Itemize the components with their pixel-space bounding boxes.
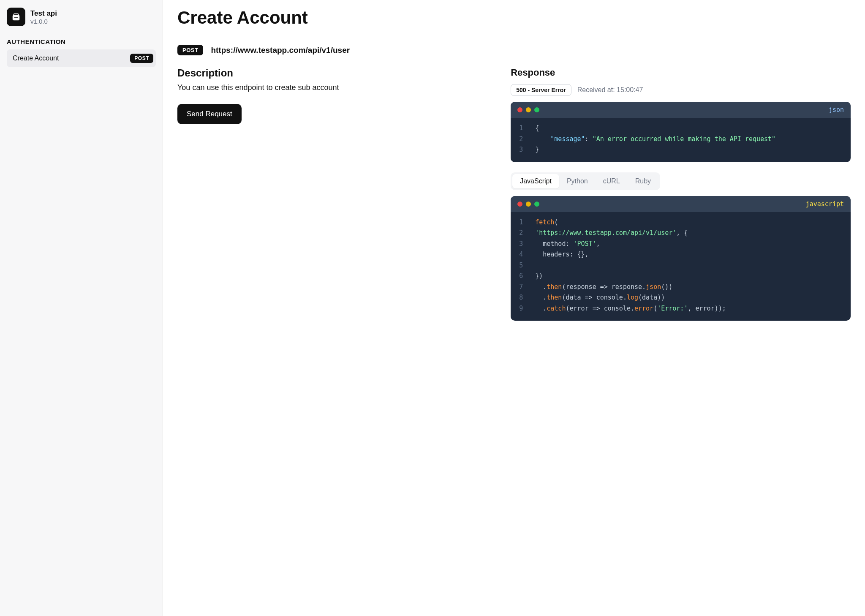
line-content: { bbox=[535, 123, 842, 134]
response-lang-label: json bbox=[829, 106, 844, 114]
code-line: 1fetch( bbox=[519, 217, 842, 228]
window-dots bbox=[517, 107, 539, 112]
app-icon bbox=[7, 8, 25, 26]
response-meta: 500 - Server Error Received at: 15:00:47 bbox=[511, 84, 851, 96]
response-heading: Response bbox=[511, 67, 851, 78]
line-number: 9 bbox=[519, 303, 535, 314]
line-content: method: 'POST', bbox=[535, 239, 842, 250]
line-number: 2 bbox=[519, 228, 535, 239]
code-line: 6}) bbox=[519, 271, 842, 282]
page-title: Create Account bbox=[177, 8, 851, 28]
line-number: 5 bbox=[519, 260, 535, 271]
line-number: 6 bbox=[519, 271, 535, 282]
endpoint-row: POST https://www.testapp.com/api/v1/user bbox=[177, 45, 851, 55]
sidebar-item-create-account[interactable]: Create AccountPOST bbox=[7, 49, 156, 67]
sidebar-header: Test api v1.0.0 bbox=[7, 8, 156, 26]
line-content: }) bbox=[535, 271, 842, 282]
line-content: "message": "An error occurred while maki… bbox=[535, 134, 842, 145]
response-status-badge: 500 - Server Error bbox=[511, 84, 571, 96]
response-received-at: Received at: 15:00:47 bbox=[577, 86, 643, 94]
sidebar-section-label: AUTHENTICATION bbox=[7, 38, 156, 45]
line-content bbox=[535, 260, 842, 271]
tab-curl[interactable]: cURL bbox=[596, 174, 628, 188]
line-content: } bbox=[535, 144, 842, 155]
endpoint-url: https://www.testapp.com/api/v1/user bbox=[211, 46, 350, 55]
sidebar-item-label: Create Account bbox=[13, 55, 59, 62]
code-line: 9 .catch(error => console.error('Error:'… bbox=[519, 303, 842, 314]
code-line: 5 bbox=[519, 260, 842, 271]
sidebar-item-method-badge: POST bbox=[130, 54, 153, 63]
main-content: Create Account POST https://www.testapp.… bbox=[163, 0, 865, 616]
code-language-tabs: JavaScriptPythoncURLRuby bbox=[511, 172, 660, 190]
line-number: 3 bbox=[519, 144, 535, 155]
app-name: Test api bbox=[30, 9, 57, 18]
sidebar: Test api v1.0.0 AUTHENTICATION Create Ac… bbox=[0, 0, 163, 616]
tab-python[interactable]: Python bbox=[559, 174, 596, 188]
window-dot-red bbox=[517, 107, 522, 112]
response-code-body: 1{2 "message": "An error occurred while … bbox=[511, 118, 851, 162]
window-dot-red bbox=[517, 202, 522, 207]
line-number: 4 bbox=[519, 249, 535, 260]
app-version: v1.0.0 bbox=[30, 18, 57, 25]
line-number: 8 bbox=[519, 292, 535, 303]
line-number: 1 bbox=[519, 123, 535, 134]
window-dot-yellow bbox=[526, 107, 531, 112]
response-code-titlebar: json bbox=[511, 102, 851, 118]
line-number: 1 bbox=[519, 217, 535, 228]
window-dots bbox=[517, 202, 539, 207]
line-content: 'https://www.testapp.com/api/v1/user', { bbox=[535, 228, 842, 239]
code-line: 1{ bbox=[519, 123, 842, 134]
window-dot-green bbox=[534, 107, 539, 112]
description-heading: Description bbox=[177, 67, 494, 79]
code-line: 8 .then(data => console.log(data)) bbox=[519, 292, 842, 303]
code-line: 3} bbox=[519, 144, 842, 155]
code-line: 7 .then(response => response.json()) bbox=[519, 282, 842, 293]
window-dot-green bbox=[534, 202, 539, 207]
line-number: 2 bbox=[519, 134, 535, 145]
code-line: 2'https://www.testapp.com/api/v1/user', … bbox=[519, 228, 842, 239]
sample-code-window: javascript 1fetch(2'https://www.testapp.… bbox=[511, 196, 851, 321]
sample-lang-label: javascript bbox=[806, 200, 844, 208]
code-line: 3 method: 'POST', bbox=[519, 239, 842, 250]
send-request-button[interactable]: Send Request bbox=[177, 104, 242, 124]
endpoint-method-badge: POST bbox=[177, 45, 203, 55]
line-content: headers: {}, bbox=[535, 249, 842, 260]
description-text: You can use this endpoint to create sub … bbox=[177, 83, 494, 92]
code-line: 4 headers: {}, bbox=[519, 249, 842, 260]
sample-code-body: 1fetch(2'https://www.testapp.com/api/v1/… bbox=[511, 212, 851, 321]
sample-code-titlebar: javascript bbox=[511, 196, 851, 212]
line-number: 3 bbox=[519, 239, 535, 250]
response-code-window: json 1{2 "message": "An error occurred w… bbox=[511, 102, 851, 162]
tab-javascript[interactable]: JavaScript bbox=[512, 174, 559, 188]
line-content: .then(data => console.log(data)) bbox=[535, 292, 842, 303]
svg-rect-0 bbox=[13, 15, 19, 20]
window-dot-yellow bbox=[526, 202, 531, 207]
code-line: 2 "message": "An error occurred while ma… bbox=[519, 134, 842, 145]
line-content: .catch(error => console.error('Error:', … bbox=[535, 303, 842, 314]
line-number: 7 bbox=[519, 282, 535, 293]
line-content: .then(response => response.json()) bbox=[535, 282, 842, 293]
line-content: fetch( bbox=[535, 217, 842, 228]
tab-ruby[interactable]: Ruby bbox=[628, 174, 658, 188]
